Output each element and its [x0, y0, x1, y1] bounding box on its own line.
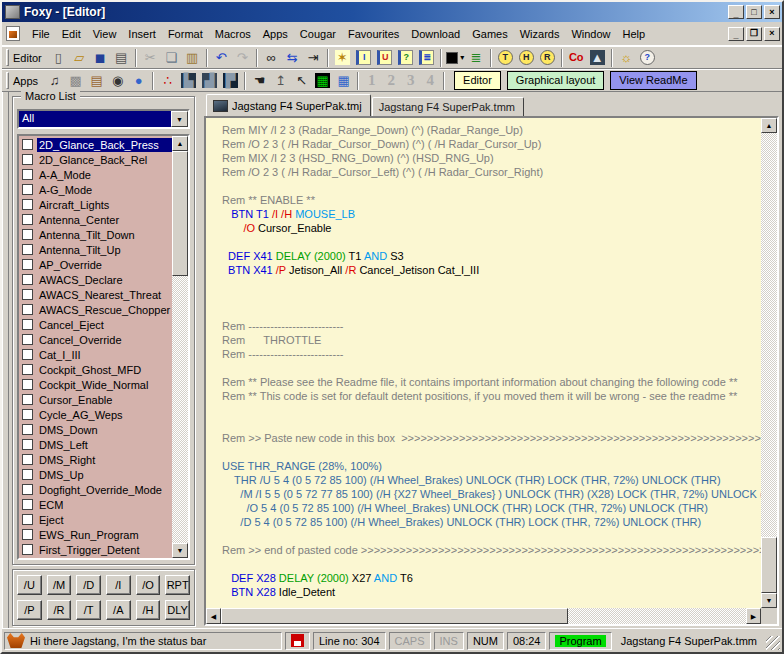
- macro-checkbox[interactable]: [22, 139, 33, 150]
- macro-label[interactable]: Cursor_Enable: [37, 393, 172, 407]
- code-line[interactable]: BTN X41 /P Jetison_All /R Cancel_Jetison…: [222, 263, 759, 277]
- macro-label[interactable]: Cockpit_Ghost_MFD: [37, 363, 172, 377]
- macro-item-2d_glance_back_press[interactable]: 2D_Glance_Back_Press: [19, 137, 172, 152]
- close-button[interactable]: ×: [764, 5, 780, 19]
- app-icon[interactable]: [5, 5, 20, 19]
- macro-item-a-a_mode[interactable]: A-A_Mode: [19, 167, 172, 182]
- macro-label[interactable]: Eject: [37, 513, 172, 527]
- macro-checkbox[interactable]: [22, 409, 33, 420]
- macro-label[interactable]: First_Trigger_Detent: [37, 543, 172, 557]
- tab-jagstang-f4-superpak-tmj[interactable]: Jagstang F4 SuperPak.tmj: [206, 94, 371, 116]
- macro-checkbox[interactable]: [22, 169, 33, 180]
- macro-label[interactable]: DMS_Up: [37, 468, 172, 482]
- code-line[interactable]: BTN X28 Idle_Detent: [222, 585, 759, 599]
- macro-checkbox[interactable]: [22, 439, 33, 450]
- grid-blue-icon[interactable]: ▦: [333, 71, 354, 91]
- dropdown-arrow-icon[interactable]: ▾: [460, 53, 464, 62]
- macro-label[interactable]: Antenna_Tilt_Down: [37, 228, 172, 242]
- modifier-rpt-button[interactable]: RPT: [165, 575, 190, 595]
- photo-2-icon[interactable]: ▟: [199, 71, 220, 91]
- bubble-h-icon[interactable]: H: [516, 48, 537, 68]
- macro-label[interactable]: AP_Override: [37, 258, 172, 272]
- new-file-icon[interactable]: ▯: [48, 48, 69, 68]
- format-lines-icon[interactable]: ≣: [466, 48, 487, 68]
- code-line[interactable]: [222, 179, 759, 193]
- macro-checkbox[interactable]: [22, 304, 33, 315]
- document-icon[interactable]: [6, 26, 20, 41]
- modifier-r-button[interactable]: /R: [47, 600, 72, 620]
- macro-item-antenna_center[interactable]: Antenna_Center: [19, 212, 172, 227]
- menu-download[interactable]: Download: [405, 25, 466, 43]
- macro-checkbox[interactable]: [22, 349, 33, 360]
- code-line[interactable]: Rem >> end of pasted code >>>>>>>>>>>>>>…: [222, 543, 759, 557]
- code-line[interactable]: Rem ** Please see the Readme file, it co…: [222, 375, 759, 389]
- scroll-up-icon[interactable]: ▲: [761, 118, 777, 133]
- code-line[interactable]: Rem --------------------------: [222, 319, 759, 333]
- macro-label[interactable]: Antenna_Center: [37, 213, 172, 227]
- macro-label[interactable]: Cycle_AG_Weps: [37, 408, 172, 422]
- menu-insert[interactable]: Insert: [122, 25, 162, 43]
- macro-label[interactable]: EWS_Run_Program: [37, 528, 172, 542]
- font-color-icon[interactable]: ▾: [445, 48, 466, 68]
- macro-list-scrollbar[interactable]: ▲ ▼: [172, 136, 188, 558]
- macro-label[interactable]: AWACS_Rescue_Chopper: [37, 303, 172, 317]
- macro-file-u-icon[interactable]: U: [374, 48, 395, 68]
- macro-checkbox[interactable]: [22, 199, 33, 210]
- macro-checkbox[interactable]: [22, 424, 33, 435]
- minimize-button[interactable]: _: [728, 5, 744, 19]
- macro-checkbox[interactable]: [22, 334, 33, 345]
- macro-label[interactable]: A-A_Mode: [37, 168, 172, 182]
- code-line[interactable]: /O 5 4 (0 5 72 85 100) (/H Wheel_Brakes)…: [222, 501, 759, 515]
- photo-3-icon[interactable]: ▛: [220, 71, 241, 91]
- tip-lightbulb-icon[interactable]: ☼: [616, 48, 637, 68]
- new-macro-icon[interactable]: ✶: [332, 48, 353, 68]
- code-editor[interactable]: Rem MIY /I 2 3 (Radar_Range_Down) (^) (R…: [204, 116, 779, 626]
- macro-checkbox[interactable]: [22, 499, 33, 510]
- book-icon[interactable]: ▤: [86, 71, 107, 91]
- macro-label[interactable]: Aircraft_Lights: [37, 198, 172, 212]
- macro-label[interactable]: Cat_I_III: [37, 348, 172, 362]
- macro-item-cat_i_iii[interactable]: Cat_I_III: [19, 347, 172, 362]
- macro-checkbox[interactable]: [22, 319, 33, 330]
- menu-format[interactable]: Format: [162, 25, 209, 43]
- macro-item-a-g_mode[interactable]: A-G_Mode: [19, 182, 172, 197]
- code-line[interactable]: THR /U 5 4 (0 5 72 85 100) (/H Wheel_Bra…: [222, 473, 759, 487]
- code-line[interactable]: DEF X28 DELAY (2000) X27 AND T6: [222, 571, 759, 585]
- macro-checkbox[interactable]: [22, 469, 33, 480]
- menu-apps[interactable]: Apps: [257, 25, 294, 43]
- macro-checkbox[interactable]: [22, 544, 33, 555]
- code-line[interactable]: [222, 235, 759, 249]
- macro-item-antenna_tilt_up[interactable]: Antenna_Tilt_Up: [19, 242, 172, 257]
- macro-file-i-icon[interactable]: I: [353, 48, 374, 68]
- macro-item-2d_glance_back_rel[interactable]: 2D_Glance_Back_Rel: [19, 152, 172, 167]
- graphical-layout-button[interactable]: Graphical layout: [507, 71, 605, 90]
- maximize-button[interactable]: □: [746, 5, 762, 19]
- macro-item-eject[interactable]: Eject: [19, 512, 172, 527]
- code-line[interactable]: [222, 403, 759, 417]
- code-horizontal-scrollbar[interactable]: ◀ ▶: [206, 608, 761, 624]
- menu-favourites[interactable]: Favourites: [342, 25, 405, 43]
- macro-item-aircraft_lights[interactable]: Aircraft_Lights: [19, 197, 172, 212]
- scroll-down-icon[interactable]: ▼: [761, 593, 777, 608]
- macro-item-cockpit_wide_normal[interactable]: Cockpit_Wide_Normal: [19, 377, 172, 392]
- code-line[interactable]: [222, 557, 759, 571]
- macro-label[interactable]: DMS_Down: [37, 423, 172, 437]
- camera-icon[interactable]: ◉: [107, 71, 128, 91]
- macro-item-fov[interactable]: FOV: [19, 557, 172, 558]
- code-line[interactable]: BTN T1 /I /H MOUSE_LB: [222, 207, 759, 221]
- editor-button[interactable]: Editor: [454, 71, 501, 90]
- modifier-dly-button[interactable]: DLY: [165, 600, 190, 620]
- rocket-icon[interactable]: ↥: [270, 71, 291, 91]
- code-line[interactable]: Rem THROTTLE: [222, 333, 759, 347]
- menu-edit[interactable]: Edit: [56, 25, 87, 43]
- macro-item-cockpit_ghost_mfd[interactable]: Cockpit_Ghost_MFD: [19, 362, 172, 377]
- macro-checkbox[interactable]: [22, 229, 33, 240]
- child-restore-button[interactable]: ❐: [746, 27, 762, 41]
- photo-1-icon[interactable]: ▙: [178, 71, 199, 91]
- macro-label[interactable]: Dogfight_Override_Mode: [37, 483, 172, 497]
- macro-label[interactable]: DMS_Right: [37, 453, 172, 467]
- macro-checkbox[interactable]: [22, 379, 33, 390]
- macro-label[interactable]: AWACS_Nearest_Threat: [37, 288, 172, 302]
- open-file-icon[interactable]: ▱: [69, 48, 90, 68]
- macro-label[interactable]: Antenna_Tilt_Up: [37, 243, 172, 257]
